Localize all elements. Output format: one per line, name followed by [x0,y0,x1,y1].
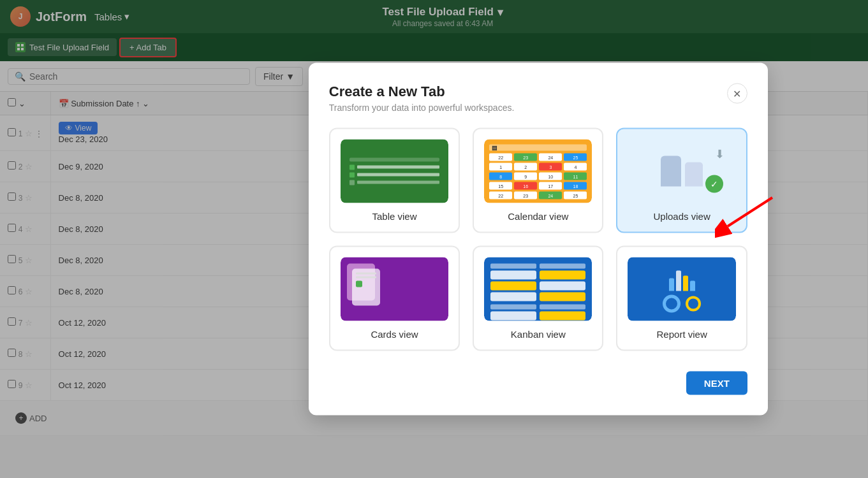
kanban-view-label: Kanban view [484,329,592,340]
view-options-grid: Table view ▤ 22232425 1234 891011 151617… [329,128,747,351]
kanban-view-card[interactable]: Kanban view [473,246,603,351]
close-modal-button[interactable]: ✕ [727,83,747,104]
calendar-view-label: Calendar view [484,211,592,222]
uploads-view-label: Uploads view [628,211,735,222]
cards-view-card[interactable]: Cards view [329,246,460,351]
table-view-icon [341,140,448,203]
modal-header: Create a New Tab Transform your data int… [329,83,747,113]
modal-footer: NEXT [329,372,747,395]
modal-title: Create a New Tab [329,83,515,100]
close-icon: ✕ [733,87,741,99]
table-view-card[interactable]: Table view [329,128,460,233]
calendar-view-card[interactable]: ▤ 22232425 1234 891011 15161718 22232425… [473,128,603,233]
report-view-card[interactable]: Report view [616,246,747,351]
calendar-view-icon: ▤ 22232425 1234 891011 15161718 22232425 [484,140,592,203]
uploads-view-card[interactable]: ✓ ⬇ Uploads view [616,128,747,233]
modal-subtitle: Transform your data into powerful worksp… [329,103,515,113]
uploads-view-icon: ✓ ⬇ [628,140,735,203]
report-view-label: Report view [628,329,735,340]
next-button[interactable]: NEXT [686,372,747,395]
table-view-label: Table view [341,211,448,222]
upload-check-icon: ✓ [705,175,723,193]
cards-view-label: Cards view [341,329,448,340]
modal-header-text: Create a New Tab Transform your data int… [329,83,515,113]
create-tab-modal: Create a New Tab Transform your data int… [309,63,768,416]
cards-view-icon [341,257,448,321]
report-view-icon [628,257,735,321]
kanban-view-icon [484,257,592,321]
